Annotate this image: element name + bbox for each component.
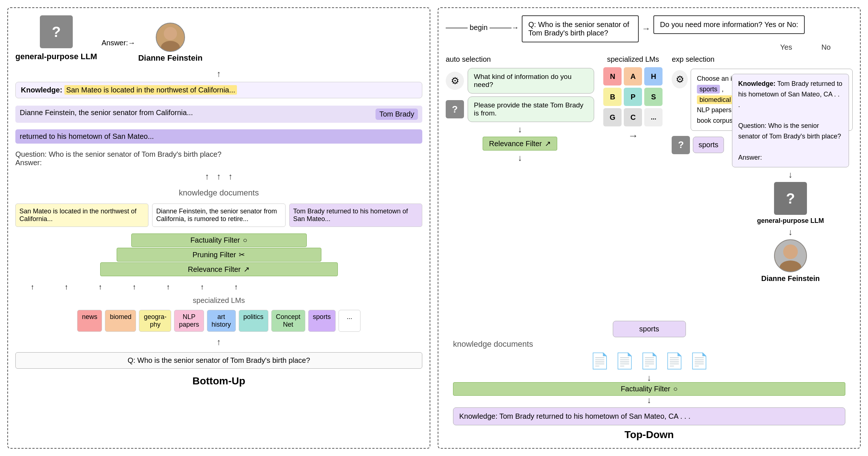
llm-label-left: general-purpose LLM <box>15 52 97 61</box>
knowledge-docs-label: knowledge documents <box>453 339 845 349</box>
llm-label-right: general-purpose LLM <box>757 217 824 225</box>
answer-arrow-left: Answer:→ <box>102 39 135 47</box>
lm-conceptnet: ConceptNet <box>271 310 305 332</box>
lm-dots: ... <box>339 310 361 332</box>
question-answer-left: Question: Who is the senior senator of T… <box>15 150 422 167</box>
cell-B: B <box>603 88 622 106</box>
sports-bubble-container: sports <box>446 321 853 337</box>
svg-point-2 <box>164 27 177 40</box>
lm-sports: sports <box>308 310 336 332</box>
cell-S: S <box>644 88 663 106</box>
arrow-to-llm-right: ↓ <box>732 170 849 179</box>
person-section-right: Dianne Feinstein <box>732 239 849 283</box>
relevance-filter-bar: Relevance Filter ↗ <box>483 137 557 151</box>
knowledge-row1: Dianne Feinstein, the senior senator fro… <box>15 106 422 123</box>
cell-N: N <box>603 67 622 86</box>
arrow-to-knowledge-result: ↓ <box>453 396 845 404</box>
begin-arrow: ——— begin ———→ <box>446 23 519 32</box>
lms-grid-right: N A H B P S G C ... <box>603 67 663 126</box>
doc-icon-2: 📄 <box>615 352 634 370</box>
arrow-to-factuality: ↓ <box>453 373 845 382</box>
svg-point-1 <box>161 41 180 51</box>
factuality-bar-right: Factuality Filter ○ <box>453 382 845 396</box>
arrow-to-relevance: ↓ <box>446 125 594 134</box>
chat-bubble-2: Please provide the state Tom Brady is fr… <box>468 96 594 122</box>
cell-P: P <box>624 88 642 106</box>
llm-section-right: ? general-purpose LLM <box>732 182 849 225</box>
pyramid-relevance: Relevance Filter ↗ <box>100 262 338 276</box>
panel-title-left: Bottom-Up <box>15 375 422 387</box>
arrow-to-question: ↑ <box>15 338 422 346</box>
arrows-up-to-docs: ↑ ↑ ↑ <box>15 172 422 181</box>
person-avatar-left <box>156 23 185 52</box>
right-panel: ——— begin ———→ Q: Who is the senior sena… <box>438 7 861 449</box>
doc-card-3: Tom Brady returned to his hometown of Sa… <box>289 204 422 227</box>
spec-lms-col-right: specialized LMs N A H B P S G C ... → <box>600 55 666 142</box>
lms-boxes-left: news biomed geogra-phy NLPpapers arthist… <box>15 310 422 332</box>
cell-A: A <box>624 67 642 86</box>
sports-bubble: sports <box>613 321 686 337</box>
cell-H: H <box>644 67 663 86</box>
doc-icons-row: 📄 📄 📄 📄 📄 <box>453 352 845 370</box>
yes-no-row: Yes No <box>446 43 831 52</box>
cell-G: G <box>603 108 622 126</box>
arrow-from-relevance: ↓ <box>446 153 594 162</box>
lm-biomed: biomed <box>105 310 136 332</box>
pyramid-factuality: Factuality Filter ○ <box>131 233 307 247</box>
lm-art: arthistory <box>207 310 236 332</box>
left-panel: ? general-purpose LLM Answer:→ Dianne Fe… <box>7 7 430 449</box>
doc-icon-4: 📄 <box>665 352 684 370</box>
pyramid-pruning: Pruning Filter ✂ <box>117 248 321 262</box>
panel-title-right: Top-Down <box>446 429 853 441</box>
info-box-right: Do you need more information? Yes or No: <box>653 15 805 34</box>
chat-row-2: ? Please provide the state Tom Brady is … <box>446 96 594 122</box>
doc-icon-3: 📄 <box>640 352 659 370</box>
pyramid-left: Factuality Filter ○ Pruning Filter ✂ Rel… <box>15 233 422 276</box>
docs-row-left: San Mateo is located in the northwest of… <box>15 204 422 227</box>
chat-row-1: ⚙ What kind of information do you need? <box>446 68 594 94</box>
doc-card-2: Dianne Feinstein, the senior senator fro… <box>152 204 285 227</box>
knowledge-result-right: Knowledge: Tom Brady returned to his hom… <box>453 407 845 425</box>
arrow-from-lms: → <box>628 130 638 142</box>
knowledge-label: Knowledge: <box>21 86 62 94</box>
answer-block: Knowledge: Tom Brady returned to his hom… <box>732 74 849 167</box>
right-side-col: Knowledge: Tom Brady returned to his hom… <box>732 74 849 283</box>
arrow-to-knowledge: ↑ <box>15 69 422 78</box>
auto-label: auto selection <box>446 55 594 64</box>
tag-sports: sports <box>697 85 720 94</box>
exp-label: exp selection <box>672 55 853 64</box>
person-name-left: Dianne Feinstein <box>138 53 203 63</box>
doc-icon-1: 📄 <box>590 352 609 370</box>
llm-box-left: ? <box>40 15 73 48</box>
gear-icon-1: ⚙ <box>446 72 464 90</box>
lm-news: news <box>77 310 102 332</box>
knowledge-text: San Mateo is located in the northwest of… <box>64 85 237 95</box>
cell-C: C <box>624 108 642 126</box>
doc-card-1: San Mateo is located in the northwest of… <box>15 204 148 227</box>
arrow-to-person-right: ↓ <box>732 228 849 236</box>
cell-dots: ... <box>644 108 663 126</box>
gear-icon-2: ⚙ <box>672 70 688 88</box>
qmark-box-2: ? <box>672 136 690 154</box>
lm-nlp: NLPpapers <box>174 310 204 332</box>
arrow-to-info: → <box>642 23 650 34</box>
svg-point-4 <box>783 244 798 259</box>
q-box-right: Q: Who is the senior senator of Tom Brad… <box>522 15 639 42</box>
main-container: ? general-purpose LLM Answer:→ Dianne Fe… <box>0 0 868 456</box>
tom-brady-tag: Tom Brady <box>375 109 418 120</box>
question-box-left: Q: Who is the senior senator of Tom Brad… <box>15 352 422 369</box>
up-arrows-lms: ↑↑↑↑↑↑↑ <box>15 283 253 291</box>
chat-bubble-1: What kind of information do you need? <box>468 68 594 94</box>
auto-col: auto selection ⚙ What kind of informatio… <box>446 55 594 162</box>
llm-box-right: ? <box>774 182 807 215</box>
spec-lms-label-right: specialized LMs <box>607 55 659 64</box>
sports-result-exp: sports <box>693 137 724 153</box>
spec-lms-label-left: specialized LMs <box>15 296 422 305</box>
knowledge-block-left: Knowledge: San Mateo is located in the n… <box>15 82 422 98</box>
qmark-box-1: ? <box>446 100 464 118</box>
person-avatar-right <box>774 239 807 272</box>
doc-icon-5: 📄 <box>690 352 709 370</box>
lm-politics: politics <box>239 310 268 332</box>
knowledge-row2: returned to his hometown of San Mateo... <box>15 129 422 144</box>
docs-label-left: knowledge documents <box>15 188 422 198</box>
